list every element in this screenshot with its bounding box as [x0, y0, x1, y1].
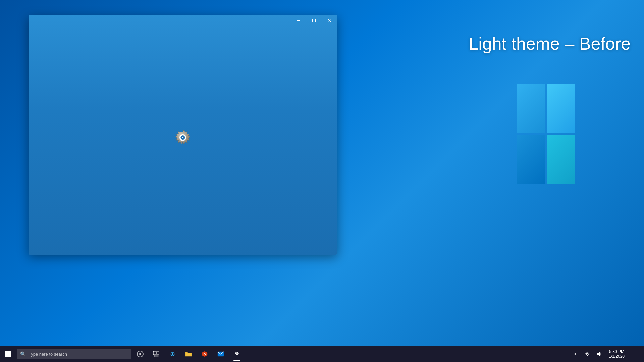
win-logo-tl	[517, 84, 545, 133]
win-logo-tr	[547, 84, 576, 133]
minimize-button[interactable]	[291, 15, 306, 26]
start-icon	[5, 351, 11, 357]
date-display: 1/1/2020	[609, 354, 625, 359]
volume-icon[interactable]	[593, 346, 605, 362]
win-logo-bl	[517, 135, 545, 184]
svg-rect-10	[154, 355, 158, 357]
taskbar-icons: ⊕ O	[132, 346, 245, 362]
theme-label: Light theme – Before	[469, 34, 631, 54]
svg-text:O: O	[203, 353, 206, 356]
window-content	[29, 26, 337, 255]
title-bar	[29, 15, 337, 26]
search-placeholder: Type here to search	[29, 352, 67, 357]
file-explorer-icon	[185, 351, 192, 357]
edge-button[interactable]: ⊕	[164, 346, 180, 362]
close-button[interactable]	[322, 15, 337, 26]
win-logo-br	[547, 135, 576, 184]
system-tray: 5:30 PM 1/1/2020	[569, 346, 644, 362]
title-bar-controls	[291, 15, 337, 26]
settings-taskbar-icon	[233, 351, 240, 357]
file-explorer-button[interactable]	[180, 346, 197, 362]
time-display: 5:30 PM	[609, 349, 624, 354]
svg-rect-17	[632, 352, 636, 356]
svg-point-14	[236, 353, 237, 354]
settings-gear-icon	[171, 129, 195, 152]
mail-button[interactable]	[213, 346, 229, 362]
clock[interactable]: 5:30 PM 1/1/2020	[605, 346, 628, 362]
edge-icon: ⊕	[170, 350, 175, 358]
svg-point-7	[139, 353, 141, 355]
svg-rect-9	[157, 351, 159, 355]
start-button[interactable]	[0, 346, 16, 362]
taskbar: 🔍 Type here to search ⊕	[0, 346, 644, 362]
cortana-icon	[137, 351, 144, 357]
settings-window	[29, 15, 337, 255]
search-icon: 🔍	[20, 351, 26, 357]
settings-taskbar-button[interactable]	[229, 346, 245, 362]
cortana-button[interactable]	[132, 346, 148, 362]
svg-rect-8	[153, 351, 156, 355]
windows-logo	[517, 84, 584, 191]
svg-point-6	[182, 137, 183, 138]
office-icon: O	[201, 351, 208, 357]
svg-marker-16	[597, 352, 600, 356]
show-hidden-icons-button[interactable]	[569, 346, 581, 362]
svg-point-15	[587, 355, 588, 356]
svg-rect-0	[297, 20, 300, 21]
network-icon[interactable]	[581, 346, 593, 362]
gear-icon-container	[171, 129, 195, 152]
svg-rect-1	[313, 19, 316, 22]
notifications-icon[interactable]	[628, 346, 640, 362]
mail-icon	[217, 351, 224, 357]
office-button[interactable]: O	[197, 346, 213, 362]
task-view-icon	[153, 351, 159, 357]
show-desktop-button[interactable]	[640, 346, 643, 362]
task-view-button[interactable]	[148, 346, 164, 362]
search-bar[interactable]: 🔍 Type here to search	[17, 349, 131, 359]
maximize-button[interactable]	[306, 15, 322, 26]
